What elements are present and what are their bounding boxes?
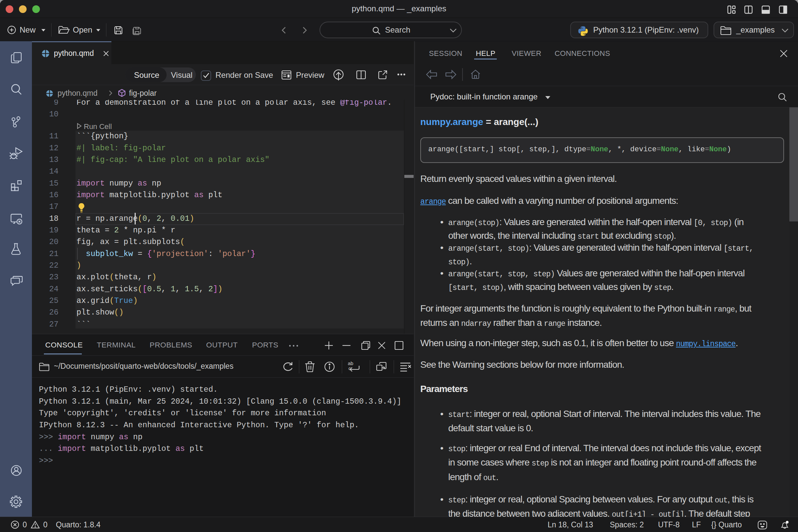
svg-text:c: c [348,365,351,371]
